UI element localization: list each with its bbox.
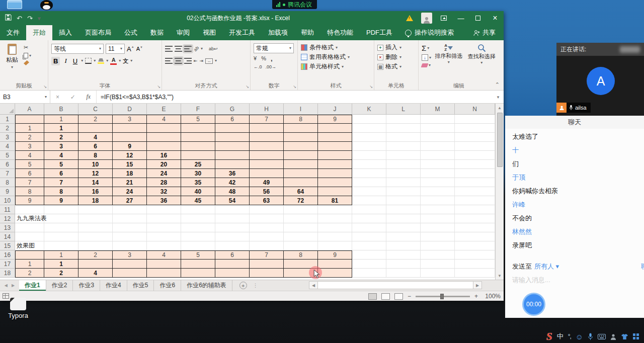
column-header-C[interactable]: C — [78, 104, 113, 115]
column-header-L[interactable]: L — [386, 104, 421, 115]
cell-B4[interactable]: 3 — [44, 142, 78, 151]
cell-A17[interactable]: 1 — [15, 260, 44, 269]
cell-C2[interactable] — [78, 124, 113, 133]
cell-K8[interactable] — [352, 178, 386, 187]
select-all-corner[interactable] — [0, 104, 15, 115]
collapse-ribbon-button[interactable]: ⌃ — [495, 81, 500, 88]
cell-C9[interactable]: 16 — [78, 187, 113, 196]
cell-K2[interactable] — [352, 124, 386, 133]
cell-L11[interactable] — [386, 205, 421, 214]
row-header-2[interactable]: 2 — [0, 124, 15, 133]
autosum-button[interactable]: Σ▾ — [422, 44, 431, 52]
cell-M3[interactable] — [421, 133, 455, 142]
sort-filter-button[interactable]: AZ 排序和筛选▾ — [433, 43, 464, 67]
ribbon-tab-5[interactable]: 数据 — [144, 25, 170, 40]
cell-M12[interactable] — [421, 214, 455, 223]
cell-F15[interactable] — [181, 241, 215, 250]
clear-button[interactable]: ▾ — [422, 63, 431, 67]
cell-I11[interactable] — [284, 205, 318, 214]
cancel-entry-icon[interactable]: × — [56, 94, 59, 101]
cell-B12[interactable] — [44, 214, 78, 223]
sheet-options-icon[interactable]: ⋮ — [253, 283, 259, 288]
cell-B6[interactable]: 5 — [44, 160, 78, 169]
cell-I10[interactable]: 72 — [284, 196, 318, 205]
cell-K14[interactable] — [352, 232, 386, 241]
cell-H2[interactable] — [250, 124, 284, 133]
cell-G1[interactable]: 6 — [215, 115, 250, 124]
voice-input-icon[interactable] — [588, 333, 593, 340]
increase-indent-button[interactable]: ⇥ — [200, 58, 204, 63]
cell-A2[interactable]: 1 — [15, 124, 44, 133]
maximize-button[interactable] — [469, 11, 487, 25]
cell-N13[interactable] — [455, 223, 495, 232]
cell-L3[interactable] — [386, 133, 421, 142]
column-header-F[interactable]: F — [181, 104, 215, 115]
cell-C5[interactable]: 8 — [78, 151, 113, 160]
cell-I1[interactable]: 8 — [284, 115, 318, 124]
cell-M17[interactable] — [421, 260, 455, 269]
cell-K3[interactable] — [352, 133, 386, 142]
cell-A18[interactable]: 2 — [15, 269, 44, 278]
cell-G3[interactable] — [215, 133, 250, 142]
cell-F3[interactable] — [181, 133, 215, 142]
cell-A6[interactable]: 5 — [15, 160, 44, 169]
cell-J8[interactable] — [318, 178, 352, 187]
qq-icon[interactable] — [40, 0, 53, 10]
cell-D4[interactable]: 9 — [113, 142, 147, 151]
row-header-11[interactable]: 11 — [0, 205, 15, 214]
cell-K1[interactable] — [352, 115, 386, 124]
conditional-format-button[interactable]: 条件格式▾ — [301, 43, 372, 52]
ribbon-tab-4[interactable]: 公式 — [118, 25, 144, 40]
cell-F16[interactable]: 5 — [181, 250, 215, 260]
minimize-button[interactable]: — — [452, 11, 469, 25]
ribbon-tab-2[interactable]: 插入 — [52, 25, 78, 40]
account-avatar[interactable] — [418, 11, 435, 25]
cell-D11[interactable] — [113, 205, 147, 214]
save-icon[interactable] — [5, 14, 12, 22]
cell-L18[interactable] — [386, 269, 421, 278]
cell-I12[interactable] — [284, 214, 318, 223]
cell-E10[interactable]: 36 — [147, 196, 181, 205]
cell-F11[interactable] — [181, 205, 215, 214]
cell-D6[interactable]: 15 — [113, 160, 147, 169]
cell-N4[interactable] — [455, 142, 495, 151]
cell-N6[interactable] — [455, 160, 495, 169]
underline-button[interactable]: U — [71, 57, 79, 65]
confirm-entry-icon[interactable]: ✓ — [70, 94, 75, 101]
cell-L8[interactable] — [386, 178, 421, 187]
share-button[interactable]: 共享 — [465, 25, 504, 40]
page-layout-view-button[interactable] — [381, 293, 390, 300]
ribbon-tab-3[interactable]: 页面布局 — [78, 25, 118, 40]
cell-I15[interactable] — [284, 241, 318, 250]
cell-C3[interactable]: 4 — [78, 133, 113, 142]
chat-input[interactable]: 请输入消息... — [512, 276, 550, 285]
cell-M8[interactable] — [421, 178, 455, 187]
cell-J17[interactable] — [318, 260, 352, 269]
cell-N12[interactable] — [455, 214, 495, 223]
cell-M18[interactable] — [421, 269, 455, 278]
cell-A7[interactable]: 6 — [15, 169, 44, 178]
font-dialog-launcher[interactable]: ↘ — [157, 84, 160, 89]
sheet-tab-2[interactable]: 作业3 — [73, 280, 100, 291]
scroll-up-icon[interactable]: ▲ — [498, 104, 502, 112]
cell-H1[interactable]: 7 — [250, 115, 284, 124]
paste-button[interactable]: 粘贴▾ — [3, 43, 21, 70]
cell-M6[interactable] — [421, 160, 455, 169]
tell-me-search[interactable]: 操作说明搜索 — [399, 25, 460, 40]
cell-J7[interactable] — [318, 169, 352, 178]
decrease-font-icon[interactable]: A▼ — [136, 46, 143, 52]
cell-M14[interactable] — [421, 232, 455, 241]
cell-K18[interactable] — [352, 269, 386, 278]
cell-C18[interactable]: 4 — [78, 269, 113, 278]
cell-K10[interactable] — [352, 196, 386, 205]
cell-D5[interactable]: 12 — [113, 151, 147, 160]
align-middle-button[interactable] — [175, 46, 182, 52]
align-center-button[interactable] — [175, 58, 182, 64]
cell-A10[interactable]: 9 — [15, 196, 44, 205]
soft-keyboard-icon[interactable] — [598, 334, 606, 339]
cell-E8[interactable]: 28 — [147, 178, 181, 187]
cell-N1[interactable] — [455, 115, 495, 124]
merge-center-button[interactable]: ↔ — [205, 58, 213, 64]
cell-F4[interactable] — [181, 142, 215, 151]
cell-F8[interactable]: 35 — [181, 178, 215, 187]
